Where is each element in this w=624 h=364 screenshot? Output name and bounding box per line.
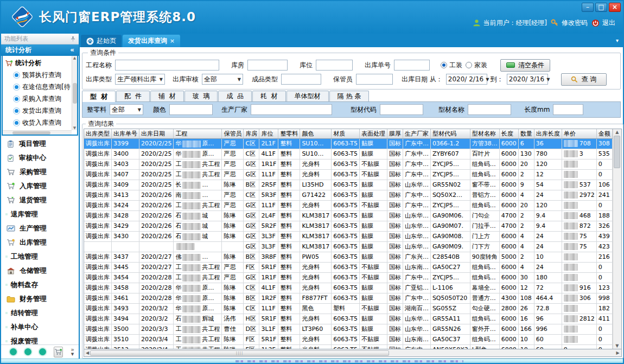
sidebar-item-4[interactable]: 退货管理 <box>1 193 79 207</box>
column-header-whole[interactable]: 整零料 <box>278 129 300 138</box>
tab-home[interactable]: 起始页 <box>81 35 122 47</box>
manufacturer-input[interactable] <box>251 104 332 115</box>
radio-gongzhuang[interactable]: 工装 <box>441 61 462 70</box>
order-no-input[interactable] <box>394 60 430 71</box>
table-row[interactable]: 调拨出库34292020/2/26石城陈琳G区5R2F整料KLM38176063… <box>84 221 612 231</box>
quick-dot-icon[interactable] <box>39 348 46 355</box>
date-from-select[interactable]: 2020/ 2/16▼ <box>446 74 487 85</box>
sidebar-item-10[interactable]: 物料盘存 <box>1 278 79 292</box>
table-row[interactable]: 调拨出库34942020/3/2石辉城汤伟H区5R1F整料光身料6063-T5贴… <box>84 314 612 324</box>
audit-select[interactable]: 全部▼ <box>202 74 243 85</box>
location-input[interactable] <box>316 60 353 71</box>
project-name-input[interactable] <box>115 60 219 71</box>
sidebar-item-11[interactable]: 财务管理 <box>1 292 79 306</box>
column-header-date[interactable]: 出库日期 <box>139 129 174 138</box>
column-header-proj[interactable]: 工程 <box>174 129 222 138</box>
column-header-code[interactable]: 型材代码 <box>430 129 470 138</box>
column-header-keeper[interactable]: 保管员 <box>222 129 244 138</box>
change-password-button[interactable]: 修改密码 <box>551 18 588 28</box>
material-tab-1[interactable]: 配 件 <box>116 91 150 101</box>
table-row[interactable]: 调拨出库34072020/2/25工共工程严思G区1L1F整料光身料6063-T… <box>84 169 612 180</box>
pin-icon[interactable] <box>71 36 75 42</box>
material-tab-5[interactable]: 耗 材 <box>252 91 286 101</box>
sidebar-item-13[interactable]: 补单中心 <box>1 320 79 334</box>
section-header-statistics[interactable]: 统计分析 « <box>1 44 79 56</box>
table-row[interactable]: G区3L3F整料KLM38176063-T5贴膜国标山东华…GA90M09.门下… <box>84 241 612 252</box>
material-tab-3[interactable]: 玻 璃 <box>184 91 218 101</box>
table-row[interactable]: 调拨出库34582020/2/28华原…陈琳C区4L1F整料光身料6063-T5… <box>84 283 612 293</box>
table-row[interactable]: 调拨出库34302020/2/26石城陈琳G区3L3F整料KLM38176063… <box>84 231 612 241</box>
sidebar-item-1[interactable]: 审核中心 <box>1 151 79 165</box>
column-header-surf[interactable]: 表面处理 <box>359 129 387 138</box>
color-input[interactable] <box>169 104 213 115</box>
table-row[interactable]: 调拨出库34452020/2/27工共工程严思F区5R1F整料光身料6063-T… <box>84 262 612 272</box>
tab-close-icon[interactable]: × <box>170 37 175 44</box>
column-header-len[interactable]: 长度 <box>499 129 518 138</box>
tree-item-3[interactable]: 发货出库查询 <box>5 105 71 117</box>
whole-part-select[interactable]: 全部▼ <box>110 104 143 115</box>
collapse-icon[interactable]: « <box>70 46 74 54</box>
table-row[interactable]: 调拨出库34542020/2/28工共工程严思G区1R1F整料光身料6063-T… <box>84 272 612 283</box>
sidebar-item-3[interactable]: 入库管理 <box>1 179 79 193</box>
grid-vertical-scrollbar[interactable]: ▲▼ <box>613 129 621 349</box>
table-row[interactable]: 调拨出库34612020/2/28华原…陈琳B区1R2F整料F8877FT606… <box>84 293 612 303</box>
keeper-input[interactable] <box>356 74 393 85</box>
tab-list-caret-icon[interactable]: ▾ <box>616 37 619 43</box>
material-tab-7[interactable]: 隔 热 条 <box>329 91 370 101</box>
tree-item-1[interactable]: 在途信息查询[待 <box>5 81 71 93</box>
profile-code-input[interactable] <box>380 104 423 115</box>
table-row[interactable]: 调拨出库34092020/2/25长…陈琳B区2R5F整料LI35HD6063-… <box>84 180 612 190</box>
column-header-out_len[interactable]: 出库长度 <box>534 129 562 138</box>
table-row[interactable]: 调拨出库34002020/2/25华原…严思C区4L1F整料SU10…6063-… <box>84 149 612 159</box>
sidebar-item-0[interactable]: 项目管理 <box>1 137 79 151</box>
sidebar-item-8[interactable]: 工地管理 <box>1 250 79 264</box>
column-header-no[interactable]: 出库单号 <box>112 129 139 138</box>
column-header-loc[interactable]: 库位 <box>259 129 278 138</box>
length-input[interactable] <box>553 104 583 115</box>
column-header-price[interactable]: 单价 <box>562 129 596 138</box>
sidebar-item-6[interactable]: 生产管理 <box>1 221 79 235</box>
search-button[interactable]: 查 询 <box>561 73 607 86</box>
date-to-select[interactable]: 2020/ 3/16▼ <box>507 74 548 85</box>
sidebar-item-12[interactable]: 结转管理 <box>1 306 79 320</box>
table-row[interactable]: 调拨出库34132020/2/26南…严思C区5R3F整料G714226063-… <box>84 190 612 200</box>
maximize-button[interactable]: □ <box>595 3 607 12</box>
quick-dot-icon[interactable] <box>10 348 17 355</box>
product-type-input[interactable] <box>281 74 321 85</box>
column-header-color[interactable]: 颜色 <box>300 129 332 138</box>
sidebar-item-9[interactable]: 仓储管理 <box>1 264 79 278</box>
column-header-mat[interactable]: 材质 <box>332 129 360 138</box>
quick-dot-icon[interactable] <box>24 348 31 355</box>
sidebar-item-5[interactable]: 退库管理 <box>1 207 79 221</box>
table-row[interactable]: 调拨出库34372020/2/27佛…陈琳B区3R8F整料PW056063-T5… <box>84 252 612 262</box>
sidebar-item-14[interactable]: 报废管理 <box>1 334 79 344</box>
profile-name-input[interactable] <box>468 104 511 115</box>
outbound-type-select[interactable]: 生产领料出库▼ <box>115 74 165 85</box>
table-row[interactable]: 调拨出库34282020/2/26石城陈琳G区2L4F整料KLM38176063… <box>84 210 612 221</box>
clear-conditions-button[interactable]: 清空条件 <box>500 59 550 72</box>
tree-item-0[interactable]: 预算执行查询 <box>5 69 71 81</box>
logout-button[interactable]: 退出 <box>591 18 615 28</box>
column-header-film[interactable]: 膜厚 <box>387 129 403 138</box>
tree-vertical-scrollbar[interactable]: ▲▼ <box>72 56 77 130</box>
table-row[interactable]: 调拨出库35122020/3/4工共工程陈琳F区1L2F整料光身料6063-T5… <box>84 344 612 349</box>
column-header-mfr[interactable]: 生产厂家 <box>403 129 430 138</box>
warehouse-input[interactable] <box>247 60 288 71</box>
radio-jiazhuang[interactable]: 家装 <box>466 61 487 70</box>
table-row[interactable]: 调拨出库35002020/3/3工共工程曹佳D区3L1F整料LT3P606063… <box>84 324 612 334</box>
tree-item-4[interactable]: 收货入库查询 <box>5 117 71 129</box>
minimize-button[interactable]: – <box>582 3 594 12</box>
column-header-type[interactable]: 出库类型 <box>84 129 112 138</box>
table-row[interactable]: 调拨出库34242020/2/26工共工程严思G区1L1F整料光身料6063-T… <box>84 200 612 210</box>
tree-root-statistics[interactable]: 统计分析 <box>5 58 71 69</box>
tree-horizontal-scrollbar[interactable] <box>3 130 72 135</box>
column-header-wh[interactable]: 库房 <box>244 129 259 138</box>
grid-horizontal-scrollbar[interactable]: ◀||||▶ <box>84 349 622 357</box>
table-row[interactable]: 调拨出库35102020/3/4工共工程陈琳F区5R1F整料光身料6063-T5… <box>84 334 612 344</box>
material-tab-2[interactable]: 辅 材 <box>150 91 184 101</box>
table-row[interactable]: 调拨出库34032020/2/25工共工程严思G区1R1F整料光身料6063-T… <box>84 159 612 169</box>
tree-item-2[interactable]: 采购入库查询 <box>5 93 71 105</box>
sidebar-item-2[interactable]: 采购管理 <box>1 165 79 179</box>
material-tab-0[interactable]: 型 材 <box>82 91 116 102</box>
tab-shipment-query[interactable]: 发货出库查询 × <box>123 35 180 47</box>
